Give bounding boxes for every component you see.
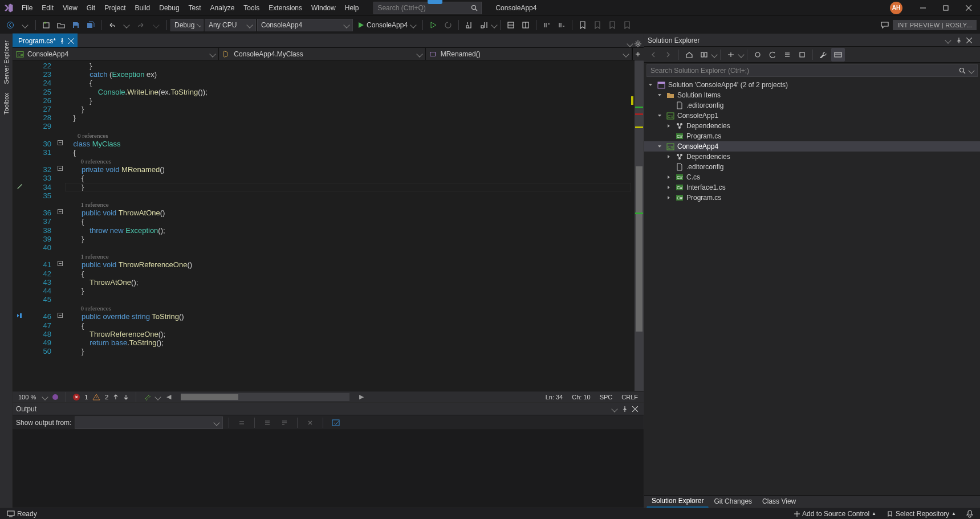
se-close-icon[interactable] [966,38,977,43]
health-icon[interactable] [52,394,59,401]
nav-add-button[interactable] [632,48,644,60]
expand-toggle[interactable] [665,195,673,201]
undo-button[interactable] [105,18,119,32]
se-pin-icon[interactable] [956,38,966,43]
caret-col[interactable]: Ch: 10 [570,394,592,401]
output-source-combo[interactable] [75,416,223,429]
se-back[interactable] [646,48,660,62]
pin-icon[interactable] [59,38,65,44]
expand-toggle[interactable] [665,185,673,190]
se-filter-dropdown[interactable] [738,51,744,58]
window-close-button[interactable] [957,0,980,16]
override-margin-icon[interactable] [15,312,23,320]
window-maximize-button[interactable] [934,0,957,16]
se-pending[interactable] [724,48,738,62]
output-prev[interactable] [235,416,249,430]
tree-node[interactable]: .editorconfig [644,100,980,111]
tree-node[interactable]: C#Program.cs [644,131,980,141]
output-clear[interactable] [303,416,317,430]
menu-project[interactable]: Project [100,2,130,14]
tree-node[interactable]: Dependencies [644,121,980,131]
menu-help[interactable]: Help [340,2,364,14]
expand-toggle[interactable] [656,93,664,97]
menu-test[interactable]: Test [184,2,206,14]
tree-node[interactable]: C#ConsoleApp1 [644,111,980,121]
zoom-level[interactable]: 100 % [16,394,38,401]
se-refresh[interactable] [766,48,779,62]
undo-dropdown[interactable] [120,18,133,32]
menu-tools[interactable]: Tools [239,2,264,14]
menu-debug[interactable]: Debug [154,2,184,14]
output-toggle[interactable] [329,416,343,430]
expand-toggle[interactable] [656,114,664,117]
indent-mode[interactable]: SPC [597,394,615,401]
toggle-1[interactable] [504,18,518,32]
menu-extensions[interactable]: Extensions [264,2,307,14]
output-dropdown-icon[interactable] [609,404,620,414]
menu-analyze[interactable]: Analyze [206,2,239,14]
fold-toggle[interactable] [58,313,63,318]
output-pin-icon[interactable] [620,404,630,414]
bookmark-button[interactable] [576,18,589,32]
menu-window[interactable]: Window [307,2,340,14]
toolbox-tab[interactable]: Toolbox [1,89,11,118]
code-editor[interactable]: 2223242526272829303132333435363738394041… [13,60,644,391]
nav-up-icon[interactable] [113,394,119,401]
startup-project-combo[interactable]: ConsoleApp4 [257,19,353,31]
se-properties[interactable] [816,48,830,62]
se-switch-views[interactable] [697,48,711,62]
cleanup-dropdown[interactable] [155,394,161,400]
nav-project-combo[interactable]: C# ConsoleApp4 [13,48,219,60]
open-file-button[interactable] [54,18,68,32]
expand-toggle[interactable] [665,154,673,160]
step-into-button[interactable] [462,18,476,32]
solution-explorer-search[interactable]: Search Solution Explorer (Ctrl+;) [646,64,978,77]
server-explorer-tab[interactable]: Server Explorer [1,36,11,88]
se-preview[interactable] [831,48,845,62]
hot-reload-button[interactable] [441,18,455,32]
error-icon[interactable]: × [73,394,80,401]
step-dropdown[interactable] [491,22,497,28]
se-sync[interactable] [751,48,765,62]
start-without-debug-button[interactable] [426,18,440,32]
tree-node[interactable]: Dependencies [644,152,980,162]
editor-scrollbar[interactable] [635,60,644,391]
tree-node[interactable]: C#Interface1.cs [644,182,980,193]
expand-toggle[interactable] [656,145,664,148]
bookmark-clear[interactable] [620,18,634,32]
solution-tree[interactable]: Solution 'ConsoleApp4' (2 of 2 projects)… [644,79,980,495]
select-repository-button[interactable]: Select Repository ▲ [884,510,958,518]
menu-view[interactable]: View [58,2,82,14]
output-text-area[interactable] [13,430,644,508]
start-debug-button[interactable]: ConsoleApp4 [354,18,419,32]
new-project-button[interactable] [39,18,53,32]
fold-toggle[interactable] [58,166,63,171]
redo-button[interactable] [135,18,148,32]
nav-down-icon[interactable] [123,394,129,401]
account-avatar[interactable]: AH [890,2,902,14]
tree-node[interactable]: C#Program.cs [644,193,980,203]
tree-node[interactable]: Solution Items [644,90,980,100]
close-tab-icon[interactable] [68,38,74,44]
menu-build[interactable]: Build [131,2,155,14]
window-minimize-button[interactable] [912,0,934,16]
line-number-gutter[interactable]: 2223242526272829303132333435363738394041… [27,60,56,391]
redo-dropdown[interactable] [149,18,163,32]
solution-root-node[interactable]: Solution 'ConsoleApp4' (2 of 2 projects) [644,80,980,90]
tab-settings-icon[interactable] [635,40,641,47]
fold-toggle[interactable] [58,140,63,145]
tab-solution-explorer[interactable]: Solution Explorer [646,495,709,508]
editor-hscroll[interactable] [181,393,349,401]
bookmark-prev[interactable] [591,18,604,32]
step-over-button[interactable] [477,18,491,32]
add-source-control-button[interactable]: Add to Source Control ▲ [792,510,879,518]
menu-git[interactable]: Git [82,2,100,14]
toggle-2[interactable] [519,18,532,32]
drag-handle[interactable] [428,0,442,4]
active-files-dropdown[interactable] [627,40,633,47]
platform-combo[interactable]: Any CPU [205,19,256,31]
warning-icon[interactable] [92,394,100,401]
se-home[interactable] [682,48,696,62]
uncomment-button[interactable] [555,18,568,32]
hscroll-right[interactable]: ▶ [357,393,365,401]
